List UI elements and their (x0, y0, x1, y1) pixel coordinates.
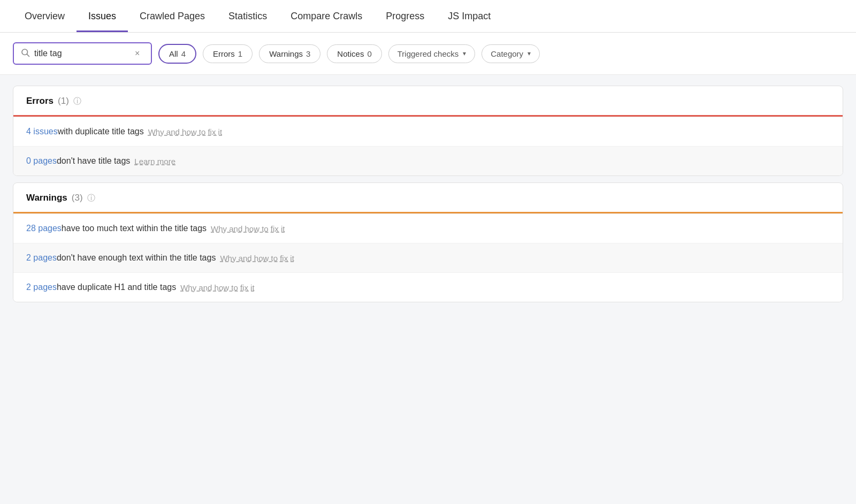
issue-link-duplicate-title[interactable]: 4 issues (26, 127, 58, 136)
filter-all[interactable]: All 4 (158, 44, 196, 64)
main-content: Errors (1) ⓘ 4 issues with duplicate tit… (0, 75, 856, 319)
filter-warnings-count: 3 (306, 49, 310, 58)
triggered-checks-label: Triggered checks (398, 49, 459, 58)
fix-link-duplicate-title[interactable]: Why and how to fix it (148, 127, 222, 136)
search-icon (20, 48, 30, 59)
filter-bar: × All 4 Errors 1 Warnings 3 Notices 0 Tr… (0, 33, 856, 75)
category-dropdown[interactable]: Category ▾ (482, 44, 540, 63)
issue-link-duplicate-h1[interactable]: 2 pages (26, 282, 57, 292)
tab-issues[interactable]: Issues (77, 0, 128, 32)
tab-statistics[interactable]: Statistics (217, 0, 279, 32)
issue-text: with duplicate title tags (58, 127, 144, 136)
search-box: × (13, 42, 152, 65)
navigation-tabs: Overview Issues Crawled Pages Statistics… (0, 0, 856, 33)
fix-link-too-much-text[interactable]: Why and how to fix it (211, 224, 285, 233)
issue-link-no-title[interactable]: 0 pages (26, 156, 57, 166)
warnings-count: (3) (72, 193, 83, 203)
filter-warnings-label: Warnings (269, 49, 303, 58)
fix-link-duplicate-h1[interactable]: Why and how to fix it (180, 283, 254, 292)
errors-count: (1) (58, 96, 69, 106)
triggered-checks-dropdown[interactable]: Triggered checks ▾ (388, 44, 476, 63)
search-clear-button[interactable]: × (135, 49, 140, 58)
issue-text: have duplicate H1 and title tags (57, 282, 176, 292)
issue-text: have too much text within the title tags (62, 224, 207, 233)
filter-notices-count: 0 (367, 49, 371, 58)
errors-title: Errors (26, 96, 54, 106)
issue-text: don't have enough text within the title … (57, 253, 216, 263)
tab-overview[interactable]: Overview (13, 0, 77, 32)
issue-row: 2 pages have duplicate H1 and title tags… (13, 272, 843, 302)
issue-row: 0 pages don't have title tags Learn more (13, 146, 843, 175)
chevron-down-icon: ▾ (528, 50, 531, 57)
filter-warnings[interactable]: Warnings 3 (259, 44, 320, 63)
info-icon[interactable]: ⓘ (87, 193, 95, 203)
warnings-section: Warnings (3) ⓘ 28 pages have too much te… (13, 182, 843, 302)
filter-all-count: 4 (181, 49, 186, 58)
category-label: Category (491, 49, 523, 58)
filter-errors-label: Errors (213, 49, 235, 58)
tab-crawled-pages[interactable]: Crawled Pages (128, 0, 217, 32)
tab-js-impact[interactable]: JS Impact (436, 0, 502, 32)
search-input[interactable] (34, 49, 131, 58)
fix-link-not-enough-text[interactable]: Why and how to fix it (220, 254, 294, 263)
issue-link-not-enough-text[interactable]: 2 pages (26, 253, 57, 263)
svg-line-1 (27, 54, 29, 56)
filter-errors[interactable]: Errors 1 (203, 44, 253, 63)
issue-link-too-much-text[interactable]: 28 pages (26, 224, 62, 233)
filter-notices-label: Notices (337, 49, 364, 58)
chevron-down-icon: ▾ (463, 50, 466, 57)
filter-notices[interactable]: Notices 0 (327, 44, 381, 63)
tab-compare-crawls[interactable]: Compare Crawls (279, 0, 374, 32)
errors-section: Errors (1) ⓘ 4 issues with duplicate tit… (13, 86, 843, 176)
tab-progress[interactable]: Progress (374, 0, 436, 32)
info-icon[interactable]: ⓘ (73, 96, 81, 106)
warnings-title: Warnings (26, 193, 67, 203)
issue-row: 28 pages have too much text within the t… (13, 213, 843, 243)
issue-text: don't have title tags (57, 156, 130, 166)
errors-section-header: Errors (1) ⓘ (13, 86, 843, 115)
fix-link-no-title[interactable]: Learn more (134, 157, 175, 166)
filter-errors-count: 1 (238, 49, 242, 58)
filter-all-label: All (169, 49, 178, 58)
issue-row: 4 issues with duplicate title tags Why a… (13, 117, 843, 146)
issue-row: 2 pages don't have enough text within th… (13, 243, 843, 272)
warnings-section-header: Warnings (3) ⓘ (13, 183, 843, 212)
